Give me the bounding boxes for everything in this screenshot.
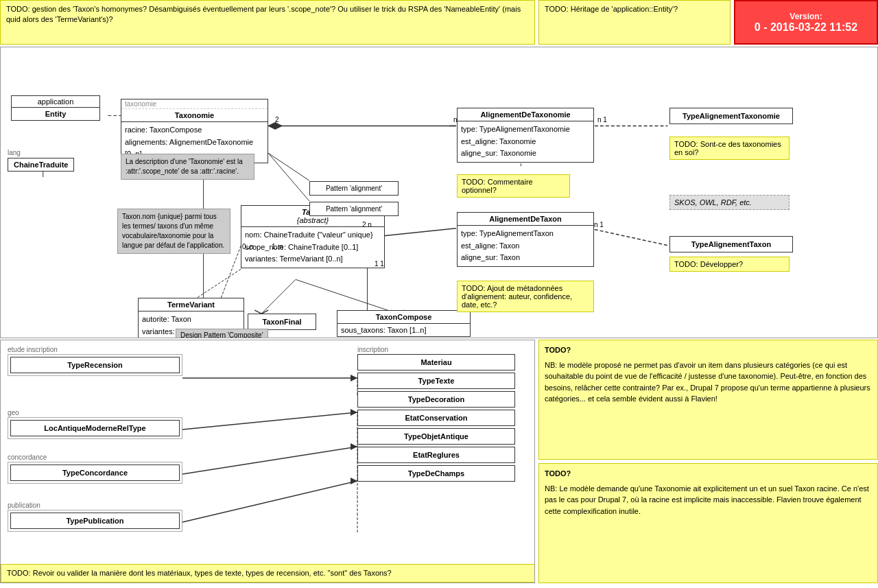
version-value: 0 - 2016-03-22 11:52 (746, 21, 866, 34)
terme-variant-attr1: autorite: Taxon (142, 314, 240, 326)
geo-label: geo (8, 409, 19, 416)
svg-line-18 (268, 153, 309, 201)
todo2-text: TODO: Héritage de 'application::Entity'? (545, 5, 678, 13)
taxon-compose-name: TaxonCompose (337, 311, 470, 324)
mult-n: n (453, 116, 458, 124)
taxonomie-class-name: Taxonomie (121, 109, 268, 122)
todo-developper-text: TODO: Développer? (674, 260, 743, 268)
todo-taxonomies-text: TODO: Sont-ce des taxonomies en soi? (674, 140, 781, 156)
at-attr1: type: TypeAlignementTaxonomie (461, 124, 590, 136)
todo-box-2: TODO: Héritage de 'application::Entity'? (538, 0, 731, 45)
taxon-attr1: nom: ChaineTraduite {"valeur" unique} (245, 229, 381, 242)
type-decoration-box: TypeDecoration (357, 391, 515, 408)
at-attr3: aligne_sur: Taxonomie (461, 148, 590, 160)
svg-line-25 (182, 481, 357, 522)
type-alignement-taxonomie-box: TypeAlignementTaxonomie (669, 108, 793, 124)
todo-taxonomies: TODO: Sont-ce des taxonomies en soi? (669, 137, 790, 160)
type-objet-antique-box: TypeObjetAntique (357, 428, 515, 445)
etude-inscription-section: TypeRecension (8, 354, 182, 376)
todo-right-1: TODO? NB: le modèle proposé ne permet pa… (538, 340, 878, 460)
concordance-label: concordance (8, 454, 47, 461)
todo-commentaire-text: TODO: Commentaire optionnel? (462, 178, 533, 194)
ata-attr3: aligne_sur: Taxon (461, 252, 590, 264)
version-label: Version: (746, 12, 866, 21)
description-note-text: La description d'une 'Taxonomie' est la … (126, 158, 243, 175)
todo-right-2-header: TODO? (545, 468, 872, 480)
todo-metadonnees-text: TODO: Ajout de métadonnées d'alignement:… (462, 284, 572, 309)
svg-line-17 (268, 153, 309, 180)
pattern-alignment-2: Pattern 'alignment' (309, 202, 399, 216)
svg-line-21 (182, 412, 357, 430)
svg-marker-22 (351, 409, 357, 416)
at-attr2: est_aligne: Taxonomie (461, 136, 590, 148)
todo-metadonnees: TODO: Ajout de métadonnées d'alignement:… (457, 281, 594, 312)
taxon-nom-note: Taxon.nom {unique} parmi tous les termes… (117, 209, 230, 254)
todo-box-1: TODO: gestion des 'Taxon's homonymes? Dé… (0, 0, 535, 45)
alignement-taxonomie-name: AlignementDeTaxonomie (458, 108, 593, 121)
loc-antique-box: LocAntiqueModerneRelType (10, 420, 180, 436)
mult-1n: 1..n (272, 243, 283, 250)
svg-line-10 (589, 228, 667, 246)
upper-diagram: application Entity lang ChaineTraduite t… (0, 47, 878, 338)
todo1-text: TODO: gestion des 'Taxon's homonymes? Dé… (6, 5, 521, 23)
application-entity-body: Entity (12, 108, 99, 120)
inscription-section: Materiau TypeTexte TypeDecoration EtatCo… (357, 354, 515, 482)
publication-section: TypePublication (8, 510, 182, 532)
svg-marker-26 (351, 478, 357, 484)
ata-attr1: type: TypeAlignementTaxon (461, 228, 590, 240)
todo-commentaire: TODO: Commentaire optionnel? (457, 174, 570, 198)
etude-inscription-label: etude inscription (8, 346, 58, 353)
taxon-attr2: scope_note: ChaineTraduite [0..1] (245, 242, 381, 254)
mult-2n: 2 n (362, 221, 372, 228)
terme-variant-name: TermeVariant (139, 298, 244, 311)
description-note: La description d'une 'Taxonomie' est la … (121, 154, 254, 180)
geo-section: LocAntiqueModerneRelType (8, 417, 182, 439)
mult-n1: n 1 (597, 116, 607, 124)
connections-svg (1, 47, 877, 338)
inscription-label: inscription (357, 346, 388, 353)
alignement-taxon-name: AlignementDeTaxon (458, 213, 593, 226)
taxonomie-attr1: racine: TaxonCompose (125, 124, 264, 137)
type-recension-box: TypeRecension (10, 357, 180, 373)
lower-diagram: etude inscription TypeRecension geo LocA… (0, 340, 535, 583)
taxon-attr3: variantes: TermeVariant [0..n] (245, 253, 381, 266)
type-publication-box: TypePublication (10, 513, 180, 529)
design-pattern-note: Design Pattern 'Composite' (176, 329, 268, 338)
materiau-box: Materiau (357, 354, 515, 371)
svg-line-11 (261, 279, 296, 314)
mult-2: 2 (275, 116, 279, 124)
taxon-compose-attr1: sous_taxons: Taxon [1..n] (337, 324, 470, 336)
version-box: Version: 0 - 2016-03-22 11:52 (734, 0, 878, 45)
lang-label: lang (8, 149, 74, 156)
todo-right-2: TODO? NB: Le modèle demande qu'une Taxon… (538, 463, 878, 583)
todo-right-2-body: NB: Le modèle demande qu'une Taxonomie a… (545, 484, 869, 515)
ata-attr2: est_aligne: Taxon (461, 240, 590, 252)
svg-line-12 (296, 279, 398, 314)
application-entity-header: application (12, 96, 99, 108)
todo-developper: TODO: Développer? (669, 257, 790, 272)
top-banner: TODO: gestion des 'Taxon's homonymes? Dé… (0, 0, 878, 45)
etat-reglures-box: EtatReglures (357, 447, 515, 463)
mult-1-1: 1 1 (375, 260, 384, 268)
svg-line-23 (182, 447, 357, 474)
publication-label: publication (8, 502, 40, 509)
main-container: TODO: gestion des 'Taxon's homonymes? Dé… (0, 0, 878, 588)
todo-right-1-header: TODO? (545, 344, 872, 356)
taxon-nom-note-text: Taxon.nom {unique} parmi tous les termes… (122, 213, 224, 249)
bottom-todo-text: TODO: Revoir ou valider la manière dont … (7, 569, 392, 577)
svg-marker-24 (351, 443, 357, 450)
type-texte-box: TypeTexte (357, 373, 515, 389)
svg-marker-20 (351, 375, 357, 381)
alignement-taxonomie-box: AlignementDeTaxonomie type: TypeAligneme… (457, 108, 594, 163)
skos-text: SKOS, OWL, RDF, etc. (674, 198, 752, 207)
taxonomie-package-label: taxonomie (121, 99, 268, 109)
etat-conservation-box: EtatConservation (357, 410, 515, 426)
application-entity-box: application Entity (11, 95, 100, 121)
pattern-alignment-1: Pattern 'alignment' (309, 181, 399, 196)
skos-box: SKOS, OWL, RDF, etc. (669, 195, 790, 210)
right-notes-area: TODO? NB: le modèle proposé ne permet pa… (538, 340, 878, 583)
chaine-traduite-box: ChaineTraduite (8, 158, 74, 172)
alignement-taxon-box: AlignementDeTaxon type: TypeAlignementTa… (457, 212, 594, 267)
lang-section: lang ChaineTraduite (8, 149, 74, 172)
taxon-final-box: TaxonFinal (248, 314, 316, 330)
